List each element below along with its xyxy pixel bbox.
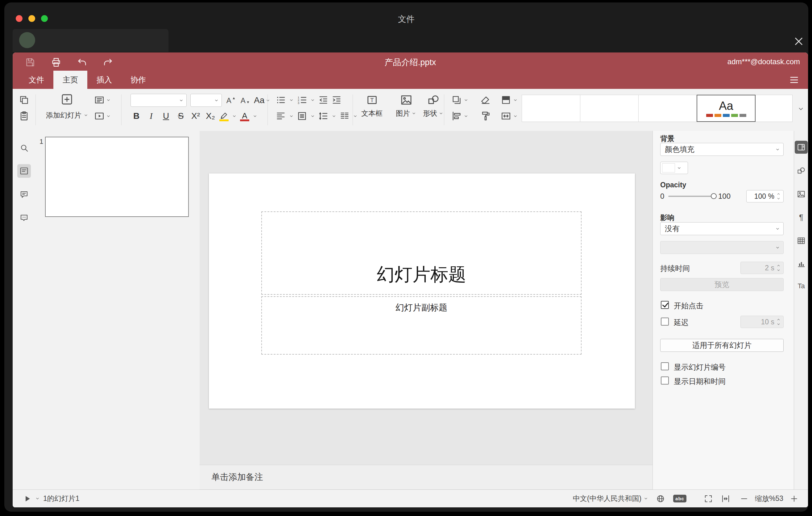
apply-to-all-slides-button[interactable]: 适用于所有幻灯片 (660, 339, 784, 352)
chevron-down-icon[interactable] (310, 114, 315, 119)
indent-icon[interactable] (331, 95, 342, 105)
language-select[interactable]: 中文(中华人民共和国) (573, 494, 641, 503)
spinner-up-icon[interactable] (776, 263, 781, 268)
chevron-down-icon[interactable] (232, 114, 237, 119)
search-button[interactable] (17, 141, 31, 154)
zoom-out-icon[interactable] (740, 494, 749, 503)
start-on-click-checkbox[interactable] (661, 301, 669, 309)
line-spacing-icon[interactable] (318, 111, 328, 121)
fit-width-icon[interactable] (721, 494, 730, 503)
delay-spinner[interactable]: 10 s (741, 316, 784, 328)
columns-icon[interactable] (339, 111, 350, 121)
bold-button[interactable]: B (130, 110, 142, 122)
numbering-icon[interactable]: 123 (297, 95, 307, 105)
insert-text-box-button[interactable]: T 文本框 (361, 94, 382, 118)
globe-icon[interactable] (656, 494, 665, 503)
comments-button[interactable] (17, 188, 31, 202)
slide-size-button[interactable] (501, 111, 518, 121)
copy-style-icon[interactable] (480, 111, 491, 121)
image-settings-button[interactable] (795, 188, 808, 201)
highlight-color-button[interactable] (219, 111, 229, 121)
underline-button[interactable]: U (160, 110, 172, 122)
spinner-up-icon[interactable] (776, 317, 781, 322)
arrange-button[interactable] (451, 95, 469, 105)
opacity-slider-knob[interactable] (711, 193, 717, 199)
insert-shape-button[interactable]: 形状 (423, 94, 444, 118)
decrease-font-icon[interactable]: A (240, 95, 250, 106)
tab-file[interactable]: 文件 (20, 71, 53, 89)
vertical-align-icon[interactable] (297, 111, 307, 121)
effect-variant-select[interactable] (660, 241, 784, 254)
slide-layout-button[interactable] (94, 95, 111, 105)
close-icon[interactable] (793, 36, 804, 47)
bullets-icon[interactable] (276, 95, 286, 105)
fill-type-select[interactable]: 颜色填充 (660, 143, 784, 156)
paste-icon[interactable] (19, 111, 29, 121)
menu-icon[interactable] (789, 75, 799, 85)
theme-tile[interactable] (522, 95, 580, 122)
superscript-button[interactable]: X² (190, 110, 201, 122)
theme-tile-selected[interactable]: Aa (697, 95, 756, 122)
show-slide-number-checkbox[interactable] (661, 362, 669, 370)
insert-image-button[interactable]: 图片 (396, 94, 416, 118)
tab-collaboration[interactable]: 协作 (121, 71, 155, 89)
slide[interactable]: 幻灯片标题 幻灯片副标题 (209, 173, 635, 409)
paragraph-settings-button[interactable]: ¶ (795, 211, 808, 224)
opacity-spinner[interactable]: 100 % (746, 190, 784, 202)
theme-tile[interactable] (755, 95, 792, 122)
clear-style-icon[interactable] (480, 95, 491, 105)
spinner-down-icon[interactable] (776, 322, 781, 326)
subtitle-placeholder[interactable]: 幻灯片副标题 (261, 296, 582, 354)
strikeout-button[interactable]: S (175, 110, 187, 122)
tab-home[interactable]: 主页 (53, 71, 87, 89)
increase-font-icon[interactable]: A (226, 95, 236, 106)
chevron-down-icon[interactable] (289, 114, 294, 119)
shape-settings-button[interactable] (795, 164, 808, 177)
chevron-down-icon[interactable] (35, 496, 40, 501)
chevron-down-icon[interactable] (289, 97, 294, 103)
theme-tile[interactable] (580, 95, 639, 122)
color-scheme-button[interactable] (501, 95, 518, 105)
chat-button[interactable] (17, 211, 31, 225)
theme-tile[interactable] (638, 95, 697, 122)
play-icon[interactable] (23, 494, 32, 503)
font-color-button[interactable]: A (240, 111, 249, 121)
change-case-button[interactable]: Aa (254, 94, 270, 107)
spinner-down-icon[interactable] (776, 196, 781, 201)
subscript-button[interactable]: X₂ (205, 110, 216, 122)
zoom-in-icon[interactable] (789, 494, 799, 503)
slides-panel-button[interactable] (17, 164, 31, 178)
opacity-slider-track[interactable] (668, 196, 714, 197)
chevron-down-icon[interactable] (643, 496, 648, 501)
preview-effect-button[interactable]: 预览 (660, 278, 784, 291)
spinner-up-icon[interactable] (776, 192, 781, 196)
fit-slide-icon[interactable] (704, 494, 713, 503)
slide-settings-button[interactable] (795, 141, 808, 154)
slide-thumbnail[interactable] (45, 137, 189, 217)
chart-settings-button[interactable] (795, 257, 808, 270)
copy-icon[interactable] (19, 95, 29, 105)
preview-button[interactable] (94, 111, 111, 121)
table-settings-button[interactable] (795, 234, 808, 247)
delay-checkbox[interactable] (661, 318, 669, 325)
chevron-down-icon[interactable] (310, 97, 315, 103)
gallery-expand-icon[interactable] (797, 105, 805, 113)
notes-area[interactable]: 单击添加备注 (200, 465, 652, 489)
shape-align-button[interactable] (451, 111, 469, 121)
font-name-select[interactable] (130, 94, 187, 107)
add-slide-button[interactable]: 添加幻灯片 (46, 111, 89, 120)
outdent-icon[interactable] (318, 95, 328, 105)
chevron-down-icon[interactable] (331, 114, 337, 119)
chevron-down-icon[interactable] (353, 114, 358, 119)
spellcheck-icon[interactable]: abc (673, 495, 687, 503)
align-left-icon[interactable] (276, 111, 286, 121)
show-date-time-checkbox[interactable] (661, 376, 669, 384)
title-placeholder[interactable]: 幻灯片标题 (261, 211, 582, 295)
italic-button[interactable]: I (145, 110, 157, 122)
spinner-down-icon[interactable] (776, 268, 781, 273)
fill-color-picker[interactable] (660, 162, 688, 174)
chevron-down-icon[interactable] (252, 114, 258, 119)
effect-select[interactable]: 没有 (660, 222, 784, 235)
duration-spinner[interactable]: 2 s (741, 262, 784, 274)
tab-insert[interactable]: 插入 (87, 71, 121, 89)
